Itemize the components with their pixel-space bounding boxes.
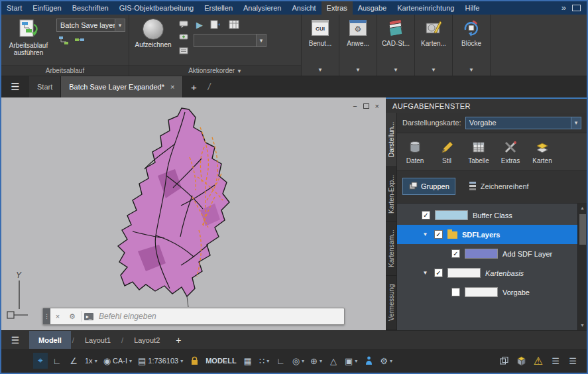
workspace-button[interactable]: ⚙▾ bbox=[378, 353, 394, 369]
new-layout-button[interactable]: + bbox=[169, 335, 188, 345]
menu-ausgabe[interactable]: Ausgabe bbox=[353, 1, 392, 15]
side-tab-darstellung[interactable]: Darstellun... bbox=[386, 113, 396, 167]
workflow-layer-combo[interactable]: Batch Save layer ▾ bbox=[56, 19, 125, 32]
snap-tracking-button[interactable]: ⊕▾ bbox=[308, 353, 324, 369]
window-shape-icon[interactable] bbox=[572, 5, 581, 11]
side-tab-karten-explorer[interactable]: Karten-Exp... bbox=[386, 167, 396, 221]
combo-caret-icon[interactable]: ▾ bbox=[115, 19, 125, 31]
panel-flyout-caret-icon[interactable]: ▼ bbox=[377, 65, 414, 76]
tree-row-buffer-class[interactable]: ✓ Buffer Class bbox=[397, 206, 577, 225]
coordinate-system-button[interactable]: ◉CA-I▾ bbox=[101, 353, 134, 369]
tools-button[interactable]: Extras bbox=[495, 139, 526, 164]
ortho-mode-icon[interactable]: ∟ bbox=[274, 353, 288, 369]
isolate-objects-icon[interactable] bbox=[497, 353, 511, 369]
tree-row-add-sdf-layer[interactable]: ✓ Add SDF Layer bbox=[397, 244, 577, 263]
preference-grid-icon[interactable] bbox=[228, 19, 240, 30]
close-viewport-icon[interactable]: × bbox=[375, 102, 379, 110]
menu-beschriften[interactable]: Beschriften bbox=[67, 1, 114, 15]
viewport-lock-icon[interactable] bbox=[187, 353, 202, 369]
dynamic-input-icon[interactable]: △ bbox=[326, 353, 341, 369]
tab-layout1[interactable]: Layout1 bbox=[76, 331, 120, 349]
new-tab-button[interactable]: + bbox=[183, 76, 204, 97]
tree-row-kartenbasis[interactable]: ▼ ✓ Kartenbasis bbox=[397, 263, 577, 282]
layer-checkbox[interactable]: ✓ bbox=[434, 230, 443, 239]
message-list-icon[interactable] bbox=[178, 46, 190, 56]
menu-karteneinrichtung[interactable]: Karteneinrichtung bbox=[392, 1, 459, 15]
ribbon-panel-karten[interactable]: Karten... ▼ bbox=[415, 15, 453, 76]
layer-checkbox[interactable]: ✓ bbox=[434, 269, 443, 277]
ribbon-panel-anwendungen[interactable]: ⚙ Anwe... ▼ bbox=[339, 15, 377, 76]
record-button[interactable]: Aufzeichnen bbox=[133, 17, 174, 65]
insert-message-icon[interactable] bbox=[209, 19, 221, 30]
menu-analysieren[interactable]: Analysieren bbox=[238, 1, 286, 15]
snap-cursor-icon[interactable]: ⌖ bbox=[33, 353, 48, 369]
menu-hilfe[interactable]: Hilfe bbox=[459, 1, 485, 15]
scroll-up-icon[interactable]: ▲ bbox=[580, 204, 585, 213]
scroll-down-icon[interactable]: ▼ bbox=[580, 321, 585, 330]
file-tab-batch-save-layer[interactable]: Batch Save Layer Expanded* × bbox=[61, 76, 183, 97]
polar-angle-icon[interactable]: ∠ bbox=[66, 353, 81, 369]
side-tab-kartensammlung[interactable]: Kartensam... bbox=[386, 221, 396, 276]
speech-bubble-icon[interactable] bbox=[178, 19, 190, 30]
play-icon[interactable]: ▶ bbox=[196, 20, 203, 30]
drawing-canvas[interactable]: − × Y ⋮ × ⚙ ▸_ Befehl eingeben bbox=[1, 97, 386, 330]
display-map-combo[interactable]: Vorgabe ▾ bbox=[465, 117, 581, 129]
layer-swatch[interactable] bbox=[465, 249, 498, 259]
status-menu-icon[interactable]: ☰ bbox=[565, 353, 580, 369]
draw-order-view-button[interactable]: Zeichenreihenf bbox=[462, 177, 535, 196]
layer-swatch[interactable] bbox=[465, 287, 498, 297]
graphics-performance-icon[interactable] bbox=[514, 353, 528, 369]
annotation-visibility-icon[interactable] bbox=[361, 353, 376, 369]
menu-overflow-chevron-icon[interactable]: » bbox=[557, 1, 571, 15]
menu-erstellen[interactable]: Erstellen bbox=[199, 1, 238, 15]
collapse-arrow-icon[interactable]: ▼ bbox=[421, 270, 430, 276]
layer-checkbox[interactable]: ✓ bbox=[451, 249, 460, 258]
layer-swatch[interactable] bbox=[447, 268, 481, 278]
edit-workflow-icon[interactable] bbox=[58, 35, 70, 46]
file-tab-menu-icon[interactable]: ☰ bbox=[1, 76, 29, 97]
panel-flyout-caret-icon[interactable]: ▼ bbox=[415, 65, 452, 76]
ribbon-panel-cad-standards[interactable]: CAD-St... ▼ bbox=[377, 15, 415, 76]
ribbon-panel-cui[interactable]: CUI Benut... ▼ bbox=[302, 15, 339, 76]
tab-modell[interactable]: Modell bbox=[29, 331, 71, 349]
zoom-factor-button[interactable]: 1x▾ bbox=[83, 353, 99, 369]
menu-extras[interactable]: Extras bbox=[322, 1, 353, 15]
tree-row-sdflayers[interactable]: ▼ ✓ SDFLayers bbox=[397, 225, 577, 244]
model-space-toggle[interactable]: MODELL bbox=[204, 353, 238, 369]
menu-gis-objektbearbeitung[interactable]: GIS-Objektbearbeitung bbox=[114, 1, 200, 15]
combo-caret-icon[interactable]: ▾ bbox=[571, 117, 581, 129]
panel-flyout-caret-icon[interactable]: ▼ bbox=[302, 65, 339, 76]
menu-einfuegen[interactable]: Einfügen bbox=[27, 1, 66, 15]
dynamic-ucs-button[interactable]: ▣▾ bbox=[343, 353, 359, 369]
restore-viewport-icon[interactable] bbox=[363, 103, 369, 109]
file-tab-start[interactable]: Start bbox=[29, 76, 61, 97]
layer-swatch[interactable] bbox=[435, 210, 468, 220]
grid-display-icon[interactable]: ▦ bbox=[241, 353, 255, 369]
command-line-grip[interactable]: ⋮ bbox=[43, 308, 50, 324]
panel-flyout-caret-icon[interactable]: ▼ bbox=[453, 65, 490, 76]
close-tab-icon[interactable]: × bbox=[170, 83, 174, 91]
command-line[interactable]: ⋮ × ⚙ ▸_ Befehl eingeben bbox=[42, 308, 345, 325]
tree-scrollbar[interactable]: ▲ ▼ bbox=[577, 204, 587, 330]
close-command-line-icon[interactable]: × bbox=[50, 308, 65, 324]
warning-icon[interactable]: ⚠ bbox=[531, 353, 546, 369]
customization-icon[interactable]: ☰ bbox=[548, 353, 563, 369]
new-workflow-icon[interactable] bbox=[74, 35, 86, 46]
layout-menu-icon[interactable]: ☰ bbox=[1, 335, 29, 345]
run-workflow-button[interactable]: Arbeitsablauf ausführen bbox=[5, 17, 52, 65]
panel-label-action-recorder[interactable]: Aktionsrekorder ▼ bbox=[129, 65, 301, 76]
scrollbar-thumb[interactable] bbox=[579, 214, 586, 245]
panel-flyout-caret-icon[interactable]: ▼ bbox=[339, 65, 377, 76]
command-input[interactable]: Befehl eingeben bbox=[95, 308, 344, 324]
infer-constraints-icon[interactable]: ∟ bbox=[50, 353, 64, 369]
tab-layout2[interactable]: Layout2 bbox=[125, 331, 169, 349]
layer-checkbox[interactable]: ✓ bbox=[422, 211, 430, 219]
menu-ansicht[interactable]: Ansicht bbox=[287, 1, 322, 15]
table-button[interactable]: Tabelle bbox=[463, 139, 494, 164]
recorder-combo[interactable]: ▾ bbox=[194, 34, 266, 47]
map-drawing[interactable] bbox=[1, 97, 386, 330]
add-message-icon[interactable] bbox=[178, 32, 190, 43]
side-tab-vermessung[interactable]: Vermessung bbox=[386, 276, 396, 330]
customize-wrench-icon[interactable]: ⚙ bbox=[65, 308, 80, 324]
data-button[interactable]: Daten bbox=[400, 139, 430, 164]
